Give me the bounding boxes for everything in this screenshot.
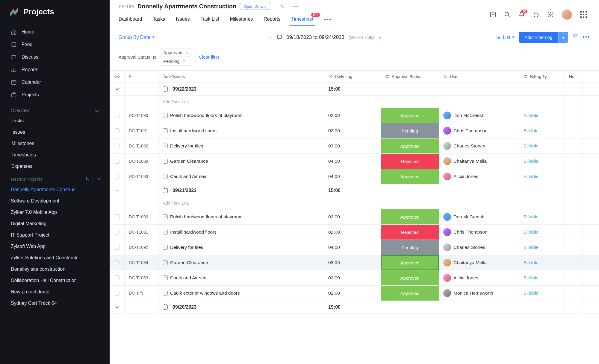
recent-project-item[interactable]: Donnelly Apartments Construc: [0, 184, 110, 195]
apps-grid-icon[interactable]: [580, 11, 587, 18]
add-icon[interactable]: [490, 11, 496, 18]
billing-type[interactable]: Billable: [519, 270, 565, 285]
filter-chip[interactable]: Approved×: [160, 48, 191, 57]
timesheet-row[interactable]: DC-T1083✓Caulk and Air seal04:00Approved…: [110, 169, 599, 184]
status-badge[interactable]: Pending: [381, 123, 439, 138]
recent-project-item[interactable]: Digital Marketing: [0, 218, 110, 229]
recent-project-item[interactable]: Collaboration Hall Constructior: [0, 275, 110, 286]
add-time-log-main[interactable]: Add Time Log: [519, 32, 559, 43]
status-badge[interactable]: Approved: [381, 169, 439, 184]
status-badge[interactable]: Approved: [381, 209, 439, 224]
tabs-more-icon[interactable]: •••: [324, 13, 332, 26]
row-checkbox[interactable]: [115, 113, 120, 118]
recent-project-item[interactable]: Zylsoft Web App: [0, 241, 110, 252]
recent-project-item[interactable]: Donelley site construction: [0, 264, 110, 275]
billing-type[interactable]: Billable: [519, 154, 565, 169]
col-number[interactable]: #: [125, 71, 159, 83]
row-checkbox[interactable]: [115, 275, 120, 280]
billing-type[interactable]: Billable: [519, 225, 565, 240]
row-checkbox[interactable]: [115, 174, 120, 179]
date-group-row[interactable]: 09/21/202315:00: [110, 184, 599, 197]
col-billing[interactable]: Billing Ty...: [519, 71, 565, 83]
timesheet-row[interactable]: DC-T1083✓Caulk and Air seal02:00Approved…: [110, 270, 599, 286]
nav-calendar[interactable]: Calendar: [0, 76, 110, 89]
timesheet-row[interactable]: DC-T1091✓Install hardwood floors02:00Rej…: [110, 225, 599, 240]
open-details-button[interactable]: Open Details: [240, 3, 270, 10]
recent-project-item[interactable]: IT Support Project: [0, 229, 110, 241]
recent-project-item[interactable]: Zylker 7.0 Mobile App: [0, 207, 110, 218]
remove-chip-icon[interactable]: ×: [185, 50, 188, 55]
col-user[interactable]: User: [439, 71, 519, 83]
billing-type[interactable]: Billable: [519, 255, 565, 270]
timesheet-row[interactable]: DC-T1092✓Delivery for tiles03:00Approved…: [110, 138, 599, 154]
status-badge[interactable]: Pending: [381, 240, 439, 255]
add-time-log-row[interactable]: Add Time Log: [110, 197, 599, 209]
row-checkbox[interactable]: [115, 128, 120, 133]
nav-home[interactable]: Home: [0, 26, 110, 38]
user-avatar[interactable]: [562, 9, 572, 20]
add-time-log-row[interactable]: Add Time Log: [110, 96, 599, 108]
subnav-expenses[interactable]: Expenses: [0, 161, 110, 172]
recent-project-item[interactable]: Software Development: [0, 195, 110, 207]
billing-type[interactable]: Billable: [519, 138, 565, 153]
recent-project-item[interactable]: Zylker Solutions and Constructi: [0, 252, 110, 264]
subnav-timesheets[interactable]: Timesheets: [0, 149, 110, 161]
filter-icon[interactable]: [572, 33, 578, 41]
recent-project-item[interactable]: Sydney Cart Track 04: [0, 298, 110, 309]
nav-reports[interactable]: Reports: [0, 63, 110, 76]
timesheet-row[interactable]: DC-T1089✓Garden Clearance04:00RejectedCh…: [110, 154, 599, 169]
billing-type[interactable]: Billable: [519, 286, 565, 301]
subnav-milestones[interactable]: Milestones: [0, 138, 110, 149]
billing-type[interactable]: Billable: [519, 240, 565, 255]
add-time-log-dropdown[interactable]: [558, 32, 568, 43]
more-icon[interactable]: •••: [583, 34, 590, 40]
col-task[interactable]: Task/Issues: [159, 71, 324, 83]
row-checkbox[interactable]: [115, 260, 120, 265]
timesheet-row[interactable]: DC-T1089✓Garden Clearance03:00ApprovedCh…: [110, 255, 599, 270]
timesheet-row[interactable]: DC-T1090✓Polish hardwood floors of playr…: [110, 108, 599, 123]
tab-tasks[interactable]: Tasks: [153, 13, 165, 26]
tab-milestones[interactable]: Milestones: [230, 13, 253, 26]
status-badge[interactable]: Rejected: [381, 154, 439, 169]
timesheet-row[interactable]: DC-T1090✓Polish hardwood floors of playr…: [110, 209, 599, 225]
tab-task-list[interactable]: Task List: [200, 13, 219, 26]
status-badge[interactable]: Rejected: [381, 225, 439, 240]
status-badge[interactable]: Approved: [381, 138, 439, 153]
edit-icon[interactable]: ✎: [278, 3, 287, 10]
date-group-row[interactable]: 09/20/202319:00: [110, 301, 599, 314]
timesheet-row[interactable]: DC-T75✓Caulk exterior windows and doors0…: [110, 286, 599, 301]
overview-header[interactable]: Overview: [0, 103, 110, 115]
prev-week-button[interactable]: ‹: [269, 33, 273, 42]
search-icon[interactable]: [504, 11, 511, 18]
tab-timesheet[interactable]: Timesheet99+: [291, 13, 313, 26]
status-badge[interactable]: Approved: [381, 286, 439, 301]
nav-discuss[interactable]: Discuss: [0, 51, 110, 63]
row-checkbox[interactable]: [115, 230, 120, 234]
billing-type[interactable]: Billable: [519, 123, 565, 138]
recent-project-item[interactable]: New project demo: [0, 286, 110, 298]
tab-issues[interactable]: Issues: [176, 13, 190, 26]
status-badge[interactable]: Approved: [381, 255, 439, 270]
expand-all-header[interactable]: [110, 71, 125, 83]
row-checkbox[interactable]: [115, 159, 120, 164]
status-badge[interactable]: Approved: [381, 270, 439, 285]
view-mode-dropdown[interactable]: List: [496, 35, 515, 40]
col-approval-status[interactable]: Approval Status: [381, 71, 439, 83]
billing-type[interactable]: Billable: [519, 169, 565, 184]
tab-reports[interactable]: Reports: [264, 13, 280, 26]
more-icon[interactable]: •••: [290, 4, 300, 10]
gear-icon[interactable]: [547, 11, 554, 18]
status-badge[interactable]: Approved: [381, 108, 439, 123]
row-checkbox[interactable]: [115, 245, 120, 250]
row-checkbox[interactable]: [115, 144, 120, 148]
subnav-tasks[interactable]: Tasks: [0, 115, 110, 127]
timesheet-row[interactable]: DC-T1091✓Install hardwood floors02:00Pen…: [110, 123, 599, 138]
date-group-row[interactable]: 09/22/202315:00: [110, 83, 599, 96]
add-time-log-button[interactable]: Add Time Log: [519, 32, 568, 43]
row-checkbox[interactable]: [115, 291, 120, 296]
sort-icon[interactable]: ⇅: [85, 176, 89, 182]
nav-projects[interactable]: Projects: [0, 89, 110, 101]
row-checkbox[interactable]: [115, 214, 120, 219]
billing-type[interactable]: Billable: [519, 108, 565, 123]
subnav-issues[interactable]: Issues: [0, 127, 110, 138]
